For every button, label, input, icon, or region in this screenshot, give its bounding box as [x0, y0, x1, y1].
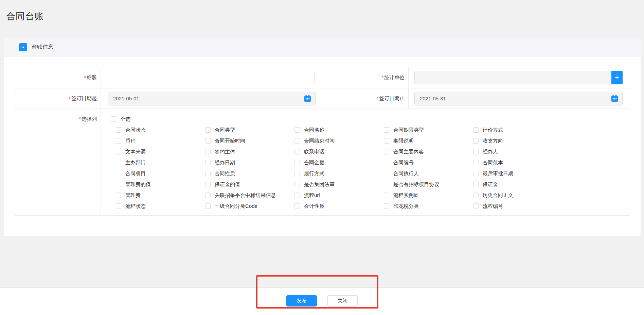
column-option[interactable]: 经办日期 [205, 157, 294, 168]
column-option-checkbox[interactable] [384, 127, 389, 133]
column-option-checkbox[interactable] [473, 203, 479, 209]
date-to-input[interactable]: 2021-05-31 [414, 92, 623, 105]
column-option-checkbox[interactable] [473, 138, 479, 144]
date-from-input[interactable]: 2021-05-01 [108, 92, 316, 105]
column-option-checkbox[interactable] [294, 203, 300, 209]
calendar-icon[interactable] [304, 95, 311, 102]
column-option[interactable]: 流程状态 [116, 201, 205, 212]
column-option-checkbox[interactable] [473, 182, 479, 187]
column-option-checkbox[interactable] [384, 203, 389, 209]
add-unit-button[interactable]: + [611, 71, 623, 84]
column-option-checkbox[interactable] [116, 193, 121, 198]
column-option-checkbox[interactable] [205, 193, 211, 198]
column-option-checkbox[interactable] [205, 127, 211, 133]
column-option[interactable]: 合同开始时间 [205, 135, 294, 146]
column-option[interactable]: 合同结束时间 [294, 135, 384, 146]
column-option[interactable]: 流程编号 [473, 201, 561, 212]
column-option[interactable]: 最后审批日期 [473, 168, 561, 179]
column-option-checkbox[interactable] [384, 160, 389, 165]
column-option[interactable]: 合同状态 [116, 125, 205, 135]
column-option[interactable]: 印花税分类 [384, 201, 473, 212]
required-mark: * [84, 75, 86, 80]
column-option[interactable]: 合同执行人 [384, 168, 473, 179]
column-option-checkbox[interactable] [294, 171, 300, 176]
select-all-checkbox[interactable] [111, 116, 116, 122]
title-input[interactable] [108, 71, 315, 84]
column-option[interactable]: 流程url [294, 190, 384, 201]
column-option-checkbox[interactable] [294, 138, 300, 144]
column-option-label: 管理费的值 [125, 181, 151, 188]
column-option-checkbox[interactable] [294, 182, 300, 187]
column-option-checkbox[interactable] [205, 149, 211, 154]
column-option[interactable]: 经办人 [473, 146, 561, 157]
column-option-checkbox[interactable] [205, 138, 211, 144]
column-option-checkbox[interactable] [116, 182, 121, 187]
column-option[interactable]: 管理费的值 [116, 179, 205, 190]
column-option[interactable]: 合同编号 [384, 157, 473, 168]
column-option[interactable]: 合同类型 [205, 125, 294, 135]
column-option[interactable]: 会计性质 [294, 201, 384, 212]
column-option[interactable]: 保证金 [473, 179, 561, 190]
column-option-checkbox[interactable] [294, 127, 300, 133]
column-option-checkbox[interactable] [294, 160, 300, 165]
column-option[interactable]: 期限说明 [384, 135, 473, 146]
calendar-icon[interactable] [611, 95, 619, 102]
column-option[interactable]: 收支方向 [473, 135, 561, 146]
column-option-checkbox[interactable] [384, 182, 389, 187]
column-option-checkbox[interactable] [116, 127, 121, 133]
column-option-checkbox[interactable] [473, 193, 479, 198]
column-option[interactable]: 流程实例id [384, 190, 473, 201]
column-option-checkbox[interactable] [473, 149, 479, 154]
column-option[interactable]: 合同期限类型 [384, 125, 473, 135]
column-option-label: 保证金的值 [215, 181, 240, 188]
column-option[interactable]: 签约主体 [205, 146, 294, 157]
column-option[interactable]: 合同项目 [116, 168, 205, 179]
column-option[interactable]: 历史合同正文 [473, 190, 561, 201]
column-option[interactable]: 一级合同分类Code [205, 201, 294, 212]
column-option[interactable]: 合同金额 [294, 157, 384, 168]
column-option[interactable]: 合同性质 [205, 168, 294, 179]
date-from-value: 2021-05-01 [113, 96, 139, 101]
column-option-label: 合同项目 [125, 170, 146, 177]
column-option-checkbox[interactable] [116, 160, 121, 165]
column-option[interactable]: 合同名称 [294, 125, 384, 135]
column-option-checkbox[interactable] [473, 160, 479, 165]
column-option-label: 履行方式 [304, 170, 324, 177]
footer-bar: 发布 关闭 [0, 287, 644, 315]
publish-button[interactable]: 发布 [286, 295, 317, 306]
column-option-checkbox[interactable] [473, 171, 479, 176]
column-option-checkbox[interactable] [473, 127, 479, 133]
column-option-checkbox[interactable] [205, 182, 211, 187]
column-option[interactable]: 关联招采平台中标结果信息 [205, 190, 294, 201]
column-option-checkbox[interactable] [294, 193, 300, 198]
column-option-checkbox[interactable] [116, 149, 121, 154]
column-option[interactable]: 主办部门 [116, 157, 205, 168]
column-option[interactable]: 是否有招标项目协议 [384, 179, 473, 190]
column-option-checkbox[interactable] [384, 193, 389, 198]
column-option-checkbox[interactable] [205, 171, 211, 176]
column-option-checkbox[interactable] [294, 149, 300, 154]
column-option[interactable]: 履行方式 [294, 168, 384, 179]
close-button[interactable]: 关闭 [327, 295, 358, 306]
column-option[interactable]: 文本来源 [116, 146, 205, 157]
column-option[interactable]: 联系电话 [294, 146, 384, 157]
column-option[interactable]: 是否集团法审 [294, 179, 384, 190]
column-option[interactable]: 计价方式 [473, 125, 561, 135]
column-option[interactable]: 合同主要内容 [384, 146, 473, 157]
column-option-checkbox[interactable] [384, 171, 389, 176]
column-option[interactable]: 保证金的值 [205, 179, 294, 190]
column-option-checkbox[interactable] [116, 203, 121, 209]
column-option-checkbox[interactable] [116, 171, 121, 176]
page-title: 合同台账 [6, 10, 44, 22]
select-all-option[interactable]: 全选 [111, 114, 630, 125]
column-option-checkbox[interactable] [384, 149, 389, 154]
column-option-checkbox[interactable] [116, 138, 121, 144]
column-option[interactable]: 合同范本 [473, 157, 561, 168]
column-option[interactable]: 币种 [116, 135, 205, 146]
date-from-label: *签订日期起 [15, 88, 101, 109]
column-option-checkbox[interactable] [205, 160, 211, 165]
column-option[interactable]: 管理费 [116, 190, 205, 201]
column-option-checkbox[interactable] [205, 203, 211, 209]
column-option-checkbox[interactable] [384, 138, 389, 144]
collapse-section-button[interactable]: ▲ [19, 43, 27, 51]
